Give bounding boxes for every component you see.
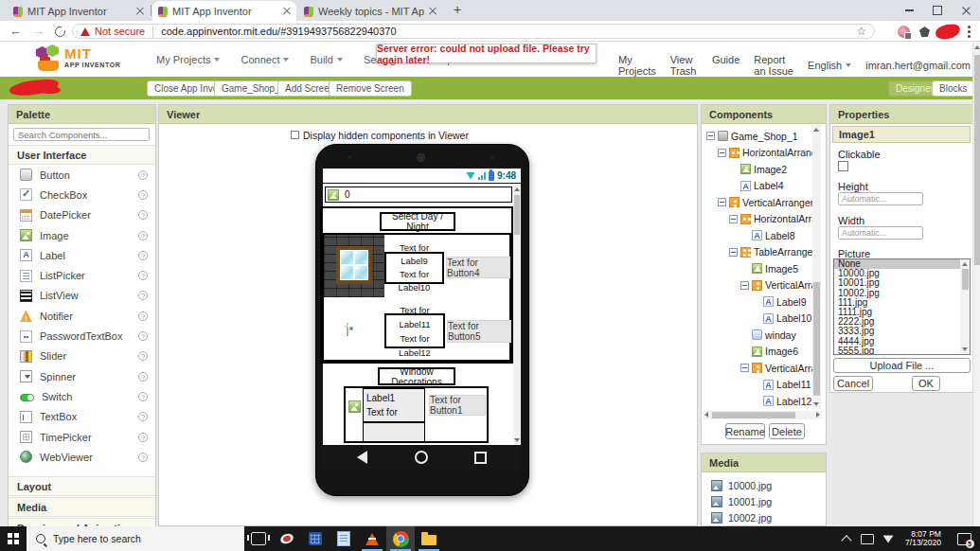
phone-scrollbar[interactable]	[513, 186, 521, 444]
palette-item-slider[interactable]: Slider	[9, 347, 155, 366]
taskbar-search[interactable]: Type here to search	[27, 526, 244, 551]
chrome-button[interactable]	[386, 526, 415, 551]
media-file-10001[interactable]: 10001.jpg	[702, 493, 826, 509]
bookmark-star-icon[interactable]: ☆	[856, 25, 866, 38]
not-secure-warning-icon[interactable]	[80, 27, 90, 36]
palette-item-datepicker[interactable]: DatePicker	[9, 205, 155, 225]
vlc-button[interactable]	[358, 526, 386, 551]
not-secure-label[interactable]: Not secure	[95, 26, 145, 37]
scroll-down-icon[interactable]	[514, 438, 520, 442]
palette-section-user-interface[interactable]: User Interface	[9, 145, 155, 165]
link-language[interactable]: English	[808, 54, 851, 77]
palette-item-notifier[interactable]: Notifier	[9, 306, 155, 326]
media-file-10002[interactable]: 10002.jpg	[702, 509, 826, 525]
link-account[interactable]: imran.hert@gmail.com	[865, 54, 980, 77]
ok-button[interactable]: OK	[912, 376, 940, 391]
picture-option[interactable]: 4444.jpg	[834, 337, 960, 347]
collapse-icon[interactable]	[729, 215, 738, 223]
tree-item-verticalarrangement-2[interactable]: VerticalArranger	[702, 277, 813, 294]
tree-item-image6[interactable]: Image6	[702, 344, 813, 361]
collapse-icon[interactable]	[718, 198, 726, 206]
browser-menu-icon[interactable]	[968, 26, 971, 28]
tree-item-winday[interactable]: winday	[702, 327, 813, 344]
help-icon[interactable]	[138, 433, 148, 442]
link-my-projects[interactable]: My Projects	[618, 54, 656, 77]
scroll-up-icon[interactable]	[813, 128, 819, 132]
palette-item-passwordtextbox[interactable]: PasswordTextBox	[9, 326, 155, 346]
address-bar[interactable]: Not secure code.appinventor.mit.edu/#391…	[72, 24, 875, 39]
collapse-icon[interactable]	[729, 248, 738, 257]
help-icon[interactable]	[138, 251, 148, 260]
extension-icon[interactable]	[898, 26, 910, 38]
help-icon[interactable]	[138, 231, 148, 240]
height-input[interactable]	[838, 192, 923, 205]
help-icon[interactable]	[138, 271, 148, 280]
collapse-icon[interactable]	[706, 132, 715, 140]
palette-item-listpicker[interactable]: ListPicker	[9, 265, 155, 285]
palette-item-textbox[interactable]: TextBox	[9, 407, 155, 427]
back-icon[interactable]: ←	[9, 24, 22, 38]
palette-item-image[interactable]: Image	[9, 225, 155, 245]
search-components-input[interactable]	[13, 128, 150, 141]
label1[interactable]: Text for Label1	[366, 386, 424, 405]
label11-12-group[interactable]: Text for Label11 Text for Label12	[384, 313, 445, 348]
tree-item-label10[interactable]: Label10	[702, 311, 813, 328]
menu-my-projects[interactable]: My Projects	[156, 54, 220, 65]
scrollbar-thumb[interactable]	[712, 412, 795, 418]
select-day-night-label[interactable]: Select Day / Night	[380, 212, 455, 231]
tree-item-image2[interactable]: Image2	[702, 161, 813, 178]
url-text[interactable]: code.appinventor.mit.edu/#39194937568229…	[161, 26, 856, 37]
tab-close-icon[interactable]	[136, 8, 144, 15]
tree-item-label8[interactable]: Label8	[702, 227, 813, 244]
menu-build[interactable]: Build	[310, 54, 342, 65]
clickable-checkbox[interactable]	[838, 161, 848, 171]
button4[interactable]: Text for Button4	[446, 257, 510, 278]
broken-image-icon[interactable]	[347, 323, 348, 336]
tree-item-verticalarrangement-3[interactable]: VerticalArranger	[702, 360, 813, 377]
width-input[interactable]	[838, 226, 923, 240]
tree-item-label11[interactable]: Label11	[702, 377, 813, 394]
palette-section-layout[interactable]: Layout	[9, 476, 155, 496]
link-view-trash[interactable]: View Trash	[670, 54, 698, 77]
page-scrollbar[interactable]	[972, 42, 980, 526]
tree-item-tablearrangement4[interactable]: TableArrangement4	[702, 244, 813, 261]
scroll-up-icon[interactable]	[514, 187, 520, 191]
palette-item-button[interactable]: Button	[9, 165, 155, 185]
collapse-icon[interactable]	[718, 149, 726, 157]
start-button[interactable]	[0, 526, 27, 551]
link-guide[interactable]: Guide	[712, 54, 739, 77]
label9[interactable]: Text for Label9	[386, 241, 442, 268]
palette-item-spinner[interactable]: Spinner	[9, 366, 155, 386]
menu-connect[interactable]: Connect	[241, 54, 289, 65]
tray-device-button[interactable]	[857, 526, 878, 551]
picture-option[interactable]: 111.jpg	[834, 298, 960, 308]
display-hidden-components-checkbox[interactable]	[291, 131, 299, 139]
picture-options-listbox[interactable]: None 10000.jpg 10001.jpg 10002.jpg 111.j…	[833, 258, 971, 355]
help-icon[interactable]	[138, 291, 148, 300]
close-button[interactable]	[952, 0, 980, 21]
tree-item-label9[interactable]: Label9	[702, 293, 813, 311]
scroll-down-icon[interactable]	[962, 347, 968, 351]
picture-option[interactable]: 10001.jpg	[834, 278, 960, 288]
picture-option[interactable]: 5555.jpg	[834, 347, 960, 355]
remove-screen-button[interactable]: Remove Screen	[329, 80, 412, 97]
label9-10-group[interactable]: Text for Label9 Text for Label10	[384, 252, 444, 284]
picture-option[interactable]: 10000.jpg	[834, 269, 960, 278]
palette-item-switch[interactable]: Switch	[9, 386, 155, 406]
file-explorer-button[interactable]	[415, 526, 443, 551]
scroll-up-icon[interactable]	[962, 262, 968, 266]
palette-item-checkbox[interactable]: CheckBox	[9, 185, 155, 204]
help-icon[interactable]	[138, 190, 148, 200]
scroll-down-icon[interactable]	[813, 402, 819, 406]
help-icon[interactable]	[138, 210, 148, 220]
tree-item-label4[interactable]: Label4	[702, 178, 813, 195]
scroll-up-icon[interactable]	[974, 45, 980, 49]
tree-item-horizontalarrangement[interactable]: HorizontalArrangemen	[702, 145, 813, 162]
help-icon[interactable]	[138, 372, 148, 382]
palette-section-media[interactable]: Media	[9, 497, 155, 517]
palette-item-webviewer[interactable]: WebViewer	[9, 447, 155, 467]
components-scrollbar-vertical[interactable]	[812, 125, 821, 409]
tree-item-horizontalarrangement-2[interactable]: HorizontalArrangen	[702, 211, 813, 228]
tab-close-icon[interactable]	[283, 8, 291, 15]
tray-wifi-button[interactable]	[878, 526, 899, 551]
